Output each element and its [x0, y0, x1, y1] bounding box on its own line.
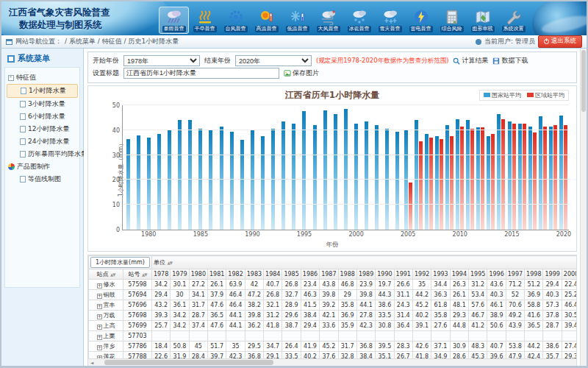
tree-leaf-0-4[interactable]: 24小时降水量: [7, 135, 78, 148]
expand-icon[interactable]: +: [97, 294, 102, 299]
bar-group-1979: [133, 105, 143, 230]
expand-icon[interactable]: +: [97, 335, 102, 340]
value-cell: 39.4: [562, 321, 577, 331]
tree-node-1[interactable]: 产品图制作: [7, 160, 78, 173]
expand-icon[interactable]: +: [97, 283, 102, 289]
value-cell: 36.5: [208, 311, 226, 321]
toolbar-item-typhoon[interactable]: 台风普查: [220, 7, 251, 34]
year-column-header[interactable]: 1998: [525, 269, 543, 280]
scrollbar-thumb[interactable]: [104, 360, 273, 365]
year-column-header[interactable]: 1980: [189, 269, 207, 280]
table-row[interactable]: +宜丰5769643.236.131.747.646.438.232.128.9…: [89, 300, 578, 311]
year-column-header[interactable]: 1996: [487, 269, 506, 280]
table-row[interactable]: +上高5769925.734.237.447.644.136.241.838.7…: [89, 321, 578, 331]
expand-icon[interactable]: +: [97, 314, 102, 319]
year-column-header[interactable]: 1987: [320, 269, 338, 280]
year-column-header[interactable]: 1994: [450, 269, 468, 280]
x-axis-label: 年份: [326, 241, 339, 250]
value-cell: 19.7: [376, 280, 394, 290]
year-column-header[interactable]: 1983: [245, 269, 263, 280]
toolbar-item-composite-risk[interactable]: 综合风险: [437, 7, 467, 34]
calculate-button[interactable]: 计算结果: [453, 56, 488, 66]
tree-leaf-0-0[interactable]: 1小时降水量: [7, 84, 78, 98]
expand-icon[interactable]: +: [97, 304, 102, 309]
x-tick-label: 1985: [193, 230, 208, 238]
tree-leaf-0-1[interactable]: 3小时降水量: [7, 98, 78, 110]
year-column-header[interactable]: 1986: [301, 269, 319, 280]
tree-node-0[interactable]: 特征值: [7, 71, 78, 84]
download-button[interactable]: 数据下载: [492, 56, 528, 66]
table-row[interactable]: +万载5769839.334.228.736.544.139.831.229.6…: [89, 311, 578, 321]
year-column-header[interactable]: 1979: [171, 269, 189, 280]
toolbar-item-high-temp[interactable]: 高温普查: [251, 7, 282, 34]
value-cell: 45: [189, 342, 207, 352]
lightning-icon: [411, 8, 431, 26]
year-column-header[interactable]: 1995: [469, 269, 487, 280]
tree-leaf-0-2[interactable]: 6小时降水量: [7, 110, 78, 123]
save-image-button[interactable]: 保存图片: [284, 68, 319, 78]
year-column-header[interactable]: 1984: [264, 269, 282, 280]
toolbar-item-hail[interactable]: 冰雹普查: [344, 7, 374, 34]
toolbar-item-drought[interactable]: 干旱普查: [190, 7, 220, 34]
bar-group-1997: [320, 105, 330, 230]
scroll-left-arrow[interactable]: ◄: [88, 360, 96, 365]
end-year-select[interactable]: 2020年: [235, 55, 312, 66]
station-id-column-header[interactable]: 站号 ▲▼: [123, 269, 152, 280]
toolbar-item-gale[interactable]: 大风普查: [313, 7, 343, 34]
toolbar-item-settings[interactable]: 系统设置: [498, 7, 528, 34]
chart-title-input[interactable]: [123, 68, 279, 79]
low-temp-icon: [287, 8, 308, 26]
search-icon: [453, 57, 460, 65]
value-cell: 39.8: [245, 311, 263, 321]
year-column-header[interactable]: 1982: [226, 269, 245, 280]
value-cell: 29.6: [282, 311, 301, 321]
table-row[interactable]: +修水5759834.230.127.226.163.94240.726.823…: [89, 280, 578, 290]
expand-icon[interactable]: +: [97, 325, 102, 330]
start-year-select[interactable]: 1978年: [123, 55, 200, 66]
table-row[interactable]: +萍乡5778618.450.84551.73529.534.726.441.9…: [89, 342, 578, 352]
value-cell: 46.4: [562, 300, 577, 311]
year-column-header[interactable]: 1999: [543, 269, 562, 280]
vertical-scrollbar-thumb[interactable]: [581, 50, 586, 112]
tree-leaf-1-0[interactable]: 等值线制图: [7, 173, 78, 185]
vertical-scrollbar[interactable]: [580, 49, 587, 367]
year-column-header[interactable]: 1978: [151, 269, 170, 280]
national-station-bar-1980: [147, 138, 151, 230]
value-cell: 40.7: [487, 342, 506, 352]
year-column-header[interactable]: 2000: [562, 269, 577, 280]
national-station-bar-1987: [220, 127, 223, 230]
toolbar-item-low-temp[interactable]: 低温普查: [282, 7, 312, 34]
toolbar-item-lightning[interactable]: 雷电普查: [406, 7, 436, 34]
horizontal-scrollbar[interactable]: ◄: [88, 358, 576, 366]
tree-leaf-0-3[interactable]: 12小时降水量: [7, 123, 78, 135]
table-row[interactable]: +铜鼓5769429.43034.137.946.447.226.832.746…: [89, 290, 578, 300]
station-name-cell: +萍乡: [89, 342, 123, 352]
y-tick-label: 30: [112, 152, 123, 158]
year-column-header[interactable]: 1992: [412, 269, 431, 280]
value-cell: 25.7: [151, 321, 170, 331]
app-title-line2: 数据处理与制图系统: [9, 18, 157, 31]
year-column-header[interactable]: 1988: [338, 269, 356, 280]
logout-button[interactable]: 退出系统: [538, 35, 582, 48]
year-column-header[interactable]: 1993: [431, 269, 450, 280]
toolbar-item-snow[interactable]: 雪灾普查: [375, 7, 405, 34]
expand-icon[interactable]: +: [97, 345, 102, 350]
expand-icon[interactable]: +: [97, 366, 102, 367]
value-cell: 31.7: [189, 300, 207, 311]
tree-leaf-0-5[interactable]: 历年暴雨平均降水量: [7, 148, 78, 160]
regional-station-bar-2013: [491, 134, 495, 230]
measure-button[interactable]: 1小时降水量(mm): [89, 256, 152, 269]
table-row[interactable]: +上栗5770341.335.6: [89, 331, 578, 342]
year-column-header[interactable]: 1989: [356, 269, 375, 280]
unit-header[interactable]: 单位 ▲▼: [151, 256, 577, 269]
toolbar-item-rainstorm[interactable]: 暴雨普查: [159, 7, 189, 34]
year-column-header[interactable]: 1997: [506, 269, 524, 280]
year-column-header[interactable]: 1981: [208, 269, 226, 280]
year-column-header[interactable]: 1991: [394, 269, 412, 280]
station-column-header[interactable]: 站点 ▲▼: [89, 269, 123, 280]
year-column-header[interactable]: 1990: [376, 269, 394, 280]
toolbar-item-map-review[interactable]: 图形审核: [467, 7, 498, 34]
value-cell: 47.6: [208, 300, 226, 311]
year-column-header[interactable]: 1985: [282, 269, 301, 280]
chart-legend[interactable]: 国家站平均区域站平均: [479, 90, 569, 101]
